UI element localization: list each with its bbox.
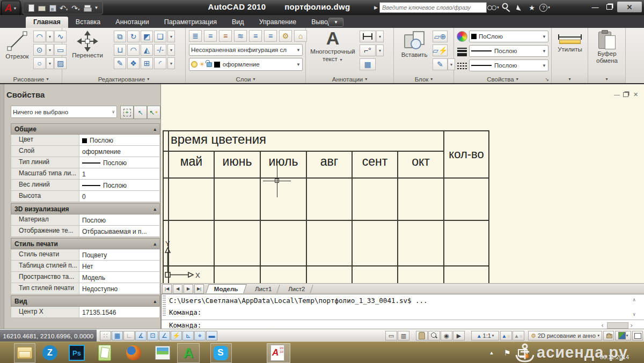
print-button[interactable]	[84, 4, 91, 11]
tab-layout2[interactable]: Лист2	[280, 285, 313, 293]
search-binoculars-icon[interactable]: ▾	[487, 2, 500, 13]
ellipse-flyout-arrow[interactable]: ▾	[46, 57, 54, 69]
close-button[interactable]: ✕	[617, 2, 642, 12]
command-scrollbar[interactable]	[607, 322, 628, 329]
taskbar-photos-icon[interactable]	[155, 345, 171, 361]
break-flyout-arrow[interactable]: ▾	[167, 44, 175, 56]
steering-wheel-button[interactable]: ◉	[441, 331, 452, 340]
circle-button[interactable]: ⊙	[33, 44, 46, 56]
layer-unisolate-button[interactable]: ≋	[234, 30, 247, 42]
taskbar-explorer-icon[interactable]	[16, 345, 32, 361]
taskbar-firefox-icon[interactable]	[126, 345, 142, 361]
property-row[interactable]: Таблица стилей п...Нет	[11, 261, 160, 272]
property-row[interactable]: Масштаб типа ли...1	[11, 168, 160, 180]
property-row[interactable]: МатериалПослою	[11, 214, 160, 226]
edit-block-button[interactable]: ▱⚡	[433, 45, 448, 56]
scroll-left-icon[interactable]: ‹	[601, 322, 604, 329]
qat-options-button[interactable]: ▼	[94, 6, 99, 10]
linetype-icon[interactable]	[457, 61, 467, 71]
property-row[interactable]: ЦветПослою	[11, 135, 160, 146]
property-row[interactable]: Слойоформление	[11, 146, 160, 157]
table-button[interactable]: ▦	[360, 58, 376, 70]
tab-layout1[interactable]: Лист1	[247, 285, 280, 293]
rotate-button[interactable]: ↻	[127, 31, 140, 42]
property-row[interactable]: Вес линийПослою	[11, 180, 160, 191]
search-go-icon[interactable]: ▶	[372, 2, 379, 13]
leader-flyout-arrow[interactable]: ▾	[376, 45, 384, 56]
break-button[interactable]: -/-	[154, 44, 166, 56]
line-button[interactable]: Отрезок	[3, 29, 31, 60]
undo-button[interactable]: ↶▾	[60, 4, 68, 12]
ducs-toggle[interactable]: ⊾	[182, 331, 194, 340]
edit-attributes-button[interactable]: ✎	[433, 58, 448, 70]
linetype-combo[interactable]: Послою▼	[469, 60, 548, 71]
otrack-toggle[interactable]: ⚡	[171, 331, 182, 340]
prev-layout-button[interactable]: ◀	[173, 284, 182, 294]
tab-glavnaya[interactable]: Главная	[26, 17, 68, 28]
autocad-menu-button[interactable]: A▼	[1, 1, 20, 16]
drawing-canvas[interactable]	[161, 84, 644, 283]
lineweight-combo[interactable]: Послою▼	[469, 45, 548, 57]
subscription-key-icon[interactable]	[500, 2, 513, 13]
model-space-button[interactable]: ▭	[385, 331, 397, 340]
arc-flyout-arrow[interactable]: ▾	[46, 31, 54, 42]
stack-button[interactable]: ❏	[154, 31, 166, 42]
dyn-toggle[interactable]: ⌖	[194, 331, 206, 340]
osnap-toggle[interactable]: ⊡	[147, 331, 158, 340]
tray-show-hidden-icon[interactable]: ▲	[487, 345, 496, 361]
polar-toggle[interactable]: ∡	[135, 331, 147, 340]
circle-flyout-arrow[interactable]: ▾	[46, 44, 54, 56]
annotation-visibility-button[interactable]: ▲☼	[500, 331, 512, 340]
toolbar-lock-button[interactable]	[603, 331, 614, 340]
property-row[interactable]: Тип линийПослою	[11, 157, 160, 168]
copy-button[interactable]: ⧉	[114, 31, 126, 42]
new-file-button[interactable]	[27, 4, 34, 11]
insert-block-button[interactable]: Вставить	[397, 30, 431, 58]
scroll-up-icon[interactable]: ∧	[633, 297, 635, 302]
performance-tuner-button[interactable]: ▾	[615, 331, 631, 340]
snap-toggle[interactable]: ∷	[100, 331, 111, 340]
taskbar-editor-icon[interactable]	[97, 345, 113, 361]
taskbar-green-a-app-icon[interactable]: A	[180, 345, 196, 361]
command-prompt[interactable]: Команда:	[169, 321, 201, 329]
restore-button[interactable]	[602, 2, 616, 12]
layer-make-current-button[interactable]: ⚙	[279, 30, 292, 42]
taskbar-photoshop-icon[interactable]: Ps	[69, 345, 85, 361]
layer-states-button[interactable]: ≡	[204, 30, 217, 42]
fillet-button[interactable]: ◜	[154, 57, 166, 69]
create-block-button[interactable]: ▱⊕	[433, 31, 448, 42]
section-plot-style[interactable]: Стиль печати▴	[11, 238, 160, 249]
toggle-pickadd-button[interactable]: ↖✦	[147, 106, 160, 119]
drawing-close-button[interactable]: ✕	[633, 91, 638, 98]
array-button[interactable]: ⊞	[141, 57, 153, 69]
lwt-toggle[interactable]: ▬	[206, 331, 217, 340]
section-3d[interactable]: 3D визуализация▴	[11, 203, 160, 214]
help-icon[interactable]: ?▾	[538, 2, 551, 13]
osnap-angle-toggle[interactable]: ∠	[159, 331, 170, 340]
paste-button[interactable]: Буфер обмена	[591, 30, 623, 64]
tab-vid[interactable]: Вид	[224, 17, 252, 28]
clean-screen-button[interactable]	[632, 331, 643, 340]
taskbar-z-app-icon[interactable]: Z	[42, 345, 58, 361]
property-row[interactable]: Центр X17135.1546	[11, 307, 160, 318]
scroll-down-icon[interactable]: ∨	[633, 312, 635, 317]
lineweight-icon[interactable]	[457, 47, 467, 57]
stack-flyout-arrow[interactable]: ▾	[167, 31, 175, 42]
annotation-scale-button[interactable]: ▲1:1▾	[471, 331, 499, 340]
stretch-button[interactable]: ⊔	[114, 44, 126, 56]
color-combo[interactable]: ПоСлою▼	[469, 31, 548, 42]
taskbar-autocad-icon[interactable]: A2010	[269, 345, 286, 361]
dimension-button[interactable]	[360, 31, 376, 42]
mtext-button[interactable]: A Многострочный текст ▼	[308, 28, 357, 63]
drawing-restore-button[interactable]	[623, 92, 628, 98]
trim-button[interactable]: ◩	[141, 31, 153, 42]
tab-annotacii[interactable]: Аннотации	[108, 17, 156, 28]
quick-select-button[interactable]: +	[120, 106, 134, 119]
section-general[interactable]: Общие▴	[11, 123, 160, 135]
taskbar-skype-icon[interactable]: S	[213, 345, 229, 361]
offset-button[interactable]: ◠	[127, 44, 140, 56]
minimize-button[interactable]: —	[588, 2, 602, 12]
last-layout-button[interactable]: ▶|	[194, 284, 204, 294]
palette-grip[interactable]	[0, 84, 4, 329]
property-row[interactable]: Тип стилей печатиНедоступно	[11, 283, 160, 294]
